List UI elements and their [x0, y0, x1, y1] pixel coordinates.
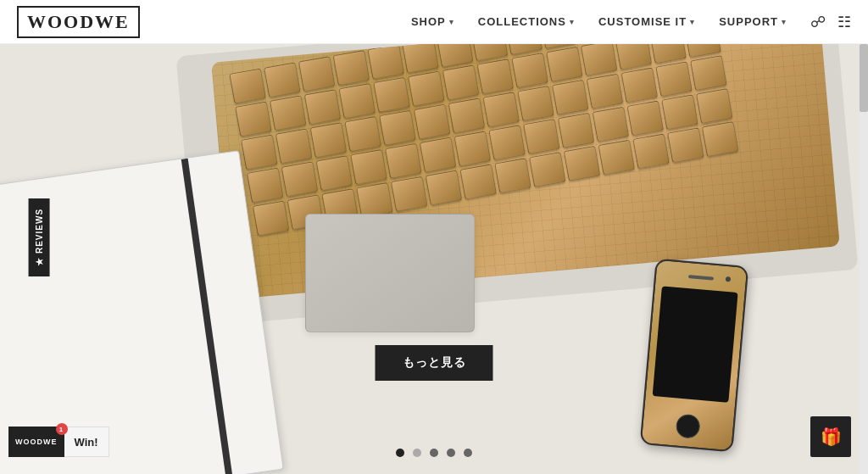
promo-win-label: Win! [64, 427, 109, 457]
key [442, 64, 479, 100]
key [558, 113, 594, 148]
key [627, 100, 664, 136]
key [621, 67, 658, 103]
support-chevron-icon: ▾ [782, 18, 787, 26]
reviews-tab[interactable]: ★ REVIEWS [29, 198, 50, 276]
key [241, 135, 277, 170]
shop-chevron-icon: ▾ [449, 18, 454, 26]
key [552, 80, 588, 115]
key [235, 102, 271, 137]
key [581, 44, 617, 76]
key [529, 152, 565, 187]
cta-button[interactable]: もっと見る [376, 345, 493, 381]
dot-3[interactable] [430, 449, 438, 457]
hero-section: もっと見る [0, 44, 868, 474]
key [564, 146, 600, 181]
key [264, 62, 300, 98]
key [310, 122, 347, 158]
nav: SHOP ▾ COLLECTIONS ▾ CUSTOMISE IT ▾ SUPP… [411, 13, 851, 31]
key [546, 47, 582, 82]
dots-navigation [396, 449, 472, 457]
reviews-label: REVIEWS [35, 208, 44, 253]
key [408, 71, 444, 107]
user-icon[interactable]: ☍ [810, 13, 826, 31]
reviews-star-icon: ★ [34, 257, 45, 266]
gift-icon: 🎁 [821, 427, 842, 447]
dot-4[interactable] [447, 449, 455, 457]
scrollbar-thumb[interactable] [860, 44, 868, 112]
key [333, 50, 370, 86]
key [690, 55, 726, 91]
header: WOODWE SHOP ▾ COLLECTIONS ▾ CUSTOMISE IT… [0, 0, 868, 44]
key [367, 44, 403, 80]
notebook-binding [181, 159, 233, 474]
nav-support[interactable]: SUPPORT ▾ [719, 15, 787, 28]
key [275, 128, 312, 164]
key [511, 53, 548, 88]
key [460, 164, 497, 199]
key [632, 133, 669, 169]
key [471, 44, 508, 61]
nav-shop[interactable]: SHOP ▾ [411, 15, 454, 28]
key [696, 88, 732, 124]
key [379, 110, 415, 146]
keys-grid [229, 44, 738, 237]
key [344, 116, 381, 152]
key [593, 107, 629, 142]
key [702, 121, 738, 157]
scrollbar-track [860, 44, 868, 474]
key [426, 170, 462, 206]
nav-customise[interactable]: CUSTOMISE IT ▾ [598, 15, 695, 28]
customise-chevron-icon: ▾ [690, 18, 695, 26]
key [298, 56, 335, 92]
phone-device [640, 259, 749, 453]
key [253, 201, 289, 237]
key [414, 104, 450, 140]
gift-widget[interactable]: 🎁 [810, 416, 851, 457]
key [454, 131, 491, 166]
key [661, 94, 698, 130]
key [494, 158, 531, 193]
key [350, 149, 387, 185]
key [523, 119, 559, 154]
phone-screen [653, 286, 738, 402]
key [437, 44, 473, 67]
nav-collections[interactable]: COLLECTIONS ▾ [478, 15, 575, 28]
cart-icon[interactable]: ☷ [837, 13, 851, 31]
dot-5[interactable] [464, 449, 472, 457]
promo-badge: 1 [56, 423, 68, 435]
key [517, 86, 554, 121]
key [229, 69, 265, 104]
key [339, 83, 376, 119]
key [420, 137, 456, 173]
key [247, 168, 283, 204]
key [488, 125, 525, 160]
key [391, 176, 427, 212]
key [356, 182, 392, 218]
collections-chevron-icon: ▾ [570, 18, 575, 26]
nav-icons: ☍ ☷ [810, 13, 851, 31]
dot-2[interactable] [413, 449, 421, 457]
promo-bar[interactable]: WOODWE 1 Win! [8, 427, 109, 457]
key [598, 140, 635, 176]
key [650, 44, 687, 64]
logo[interactable]: WOODWE [17, 6, 140, 38]
key [270, 95, 306, 131]
key [483, 92, 520, 127]
key [655, 61, 692, 97]
key [373, 77, 409, 113]
key [667, 127, 704, 163]
laptop-trackpad [305, 214, 475, 332]
key [587, 74, 623, 109]
key [402, 44, 438, 74]
key [448, 98, 485, 133]
dot-1[interactable] [396, 449, 404, 457]
key [304, 89, 341, 125]
key [281, 161, 318, 197]
key [316, 155, 353, 191]
key [385, 143, 421, 179]
key [615, 44, 652, 70]
key [477, 59, 514, 94]
promo-logo: WOODWE 1 [8, 427, 64, 457]
